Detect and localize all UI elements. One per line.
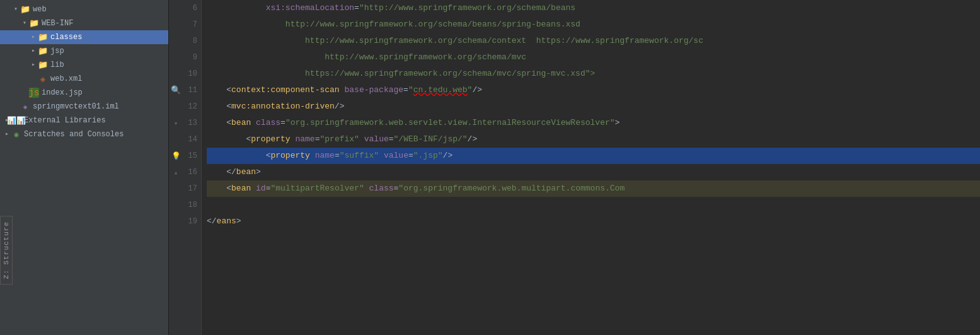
line-num-8: 8 — [185, 37, 197, 45]
line-num-16: 16 — [185, 168, 197, 177]
code-bracket-14a: < — [246, 131, 251, 148]
tree-item-lib[interactable]: 📁 lib — [0, 58, 168, 72]
tree-item-indexjsp[interactable]: js index.jsp — [0, 86, 168, 100]
code-indent-12 — [207, 98, 226, 115]
code-line-17: <bean id="multipartResolver" class="org.… — [207, 180, 980, 197]
code-attr-15a: name — [315, 148, 335, 164]
code-eq-17b: = — [394, 180, 399, 197]
line-num-11: 11 — [185, 86, 197, 95]
gutter-row-13: ▾ 13 — [169, 115, 201, 131]
sidebar: 📁 web 📁 WEB-INF 📁 classes 📁 jsp — [0, 0, 169, 335]
gutter-row-15: 💡 15 — [169, 148, 201, 164]
tree-label-webxml: web.xml — [50, 74, 82, 83]
gutter-row-6: 6 — [169, 0, 201, 16]
code-tag-17: bean — [231, 180, 251, 197]
line-num-6: 6 — [185, 4, 197, 13]
gutter-row-11: 🔍 11 — [169, 82, 201, 98]
code-val-10: https://www.springframework.org/schema/m… — [305, 66, 595, 82]
tree-item-webinf[interactable]: 📁 WEB-INF — [0, 16, 168, 30]
expand-arrow-webinf[interactable] — [20, 19, 29, 28]
fold-icon-13[interactable]: ▾ — [171, 119, 180, 127]
tree-item-webxml[interactable]: ◈ web.xml — [0, 72, 168, 86]
expand-arrow-classes[interactable] — [29, 33, 38, 42]
code-space-11 — [340, 82, 345, 98]
code-indent-8 — [207, 33, 305, 49]
code-line-6: xsi:schemaLocation="http://www.springfra… — [207, 0, 980, 16]
bulb-icon-15[interactable]: 💡 — [171, 151, 180, 160]
tree-item-classes[interactable]: 📁 classes — [0, 30, 168, 44]
expand-arrow-lib[interactable] — [29, 61, 38, 69]
code-space-13 — [251, 115, 256, 131]
fold-icon-16[interactable]: ▴ — [171, 168, 180, 177]
code-line-10: https://www.springframework.org/schema/m… — [207, 66, 980, 82]
code-val-9: http://www.springframework.org/schema/mv… — [325, 49, 526, 66]
tree-item-scratches[interactable]: ◉ Scratches and Consoles — [0, 127, 168, 141]
file-tree: 📁 web 📁 WEB-INF 📁 classes 📁 jsp — [0, 0, 168, 335]
code-space-17 — [251, 180, 256, 197]
code-bracket-16b: > — [256, 164, 261, 180]
no-arrow-indexjsp — [20, 88, 29, 97]
gutter-row-16: ▴ 16 — [169, 164, 201, 180]
tree-item-jsp[interactable]: 📁 jsp — [0, 44, 168, 58]
gutter-row-10: 10 — [169, 66, 201, 82]
code-tag-11: context:component-scan — [231, 82, 340, 98]
code-text-6 — [207, 0, 266, 16]
code-bracket-19a: </ — [207, 213, 217, 230]
code-indent-9 — [207, 49, 325, 66]
gutter-row-14: 14 — [169, 131, 201, 148]
code-indent-14 — [207, 131, 246, 148]
code-indent-10 — [207, 66, 305, 82]
tree-label-indexjsp: index.jsp — [42, 88, 83, 97]
code-val-17b: "org.springframework.web.multipart.commo… — [398, 180, 625, 197]
gutter-row-12: 12 — [169, 98, 201, 115]
code-line-13: <bean class="org.springframework.web.ser… — [207, 115, 980, 131]
search-gutter-icon-11[interactable]: 🔍 — [171, 86, 180, 95]
line-num-12: 12 — [185, 102, 197, 111]
gutter-row-19: 19 — [169, 213, 201, 230]
tree-label-lib: lib — [50, 61, 64, 69]
expand-arrow-scratches[interactable] — [3, 130, 11, 139]
no-arrow-webxml — [29, 74, 38, 83]
code-attr-11: base-package — [344, 82, 403, 98]
code-val-11: "cn.tedu.web" — [408, 82, 472, 98]
tree-label-extlibs: External Libraries — [24, 116, 106, 125]
expand-arrow-web[interactable] — [11, 5, 20, 14]
tree-label-webinf: WEB-INF — [42, 19, 73, 28]
tree-label-scratches: Scratches and Consoles — [24, 130, 124, 139]
code-line-8: http://www.springframework.org/schema/co… — [207, 33, 980, 49]
code-eq-14b: = — [389, 131, 394, 148]
code-tag-16: bean — [236, 164, 256, 180]
code-eq-15a: = — [335, 148, 340, 164]
code-eq-13: = — [280, 115, 285, 131]
code-val-8: http://www.springframework.org/schema/co… — [305, 33, 703, 49]
code-tag-13: bean — [231, 115, 251, 131]
tree-item-web[interactable]: 📁 web — [0, 3, 168, 16]
structure-tab[interactable]: Z: Structure — [0, 216, 13, 285]
jsp-icon-indexjsp: js — [29, 88, 39, 98]
code-line-11: <context:component-scan base-package="cn… — [207, 82, 980, 98]
code-space-14a — [291, 131, 296, 148]
line-num-19: 19 — [185, 217, 197, 226]
folder-classes-icon: 📁 — [38, 32, 48, 42]
code-bracket-12a: < — [226, 98, 231, 115]
line-num-18: 18 — [185, 201, 197, 209]
tree-item-iml[interactable]: ◈ springmvctext01.iml — [0, 100, 168, 114]
code-val-13: "org.springframework.web.servlet.view.In… — [285, 115, 615, 131]
code-space-14b — [359, 131, 364, 148]
code-val-14a: "prefix" — [320, 131, 359, 148]
line-num-7: 7 — [185, 20, 197, 29]
tree-item-extlibs[interactable]: 📊 External Libraries — [0, 114, 168, 127]
no-arrow-iml — [11, 102, 20, 111]
code-bracket-16a: </ — [226, 164, 236, 180]
code-eq-15b: = — [408, 148, 413, 164]
code-space-15b — [379, 148, 384, 164]
code-bracket-19b: > — [236, 213, 241, 230]
code-line-7: http://www.springframework.org/schema/be… — [207, 16, 980, 33]
code-bracket-11a: < — [226, 82, 231, 98]
code-bracket-15b: /> — [443, 148, 453, 164]
extlibs-icon: 📊 — [11, 115, 21, 126]
code-attr-6: xsi:schemaLocation — [266, 0, 354, 16]
code-attr-13: class — [256, 115, 280, 131]
expand-arrow-jsp[interactable] — [29, 47, 38, 56]
code-attr-17b: class — [369, 180, 394, 197]
